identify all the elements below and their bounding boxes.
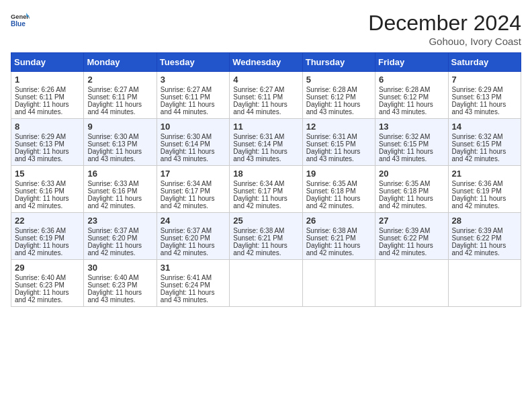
day-number: 27 <box>379 216 444 226</box>
daylight-label: Daylight: 11 hours and 42 minutes. <box>161 195 215 210</box>
sunrise-label: Sunrise: 6:40 AM <box>87 274 138 281</box>
sunrise-label: Sunrise: 6:34 AM <box>161 180 212 187</box>
calendar-cell: 25 Sunrise: 6:38 AM Sunset: 6:21 PM Dayl… <box>230 213 302 260</box>
day-header-friday: Friday <box>375 53 448 72</box>
sunrise-label: Sunrise: 6:27 AM <box>161 86 212 93</box>
sunset-label: Sunset: 6:14 PM <box>161 140 210 148</box>
sunset-label: Sunset: 6:20 PM <box>161 234 210 242</box>
sunrise-label: Sunrise: 6:36 AM <box>452 180 503 187</box>
sunset-label: Sunset: 6:15 PM <box>452 140 502 148</box>
calendar-cell: 6 Sunrise: 6:28 AM Sunset: 6:12 PM Dayli… <box>375 72 448 119</box>
day-number: 22 <box>15 216 80 226</box>
day-number: 3 <box>161 75 226 85</box>
sunset-label: Sunset: 6:12 PM <box>379 93 429 101</box>
sunrise-label: Sunrise: 6:29 AM <box>452 86 503 93</box>
daylight-label: Daylight: 11 hours and 42 minutes. <box>452 242 506 257</box>
calendar-cell: 4 Sunrise: 6:27 AM Sunset: 6:11 PM Dayli… <box>230 72 302 119</box>
calendar-cell: 24 Sunrise: 6:37 AM Sunset: 6:20 PM Dayl… <box>157 213 229 260</box>
sunrise-label: Sunrise: 6:26 AM <box>15 86 66 93</box>
sunset-label: Sunset: 6:16 PM <box>15 187 64 195</box>
sunset-label: Sunset: 6:17 PM <box>233 187 283 195</box>
daylight-label: Daylight: 11 hours and 43 minutes. <box>87 289 142 304</box>
calendar-cell: 29 Sunrise: 6:40 AM Sunset: 6:23 PM Dayl… <box>11 260 84 307</box>
sunset-label: Sunset: 6:13 PM <box>87 140 137 148</box>
day-header-tuesday: Tuesday <box>157 53 229 72</box>
calendar-header-row: SundayMondayTuesdayWednesdayThursdayFrid… <box>11 53 521 72</box>
calendar-week-1: 1 Sunrise: 6:26 AM Sunset: 6:11 PM Dayli… <box>11 72 521 119</box>
daylight-label: Daylight: 11 hours and 42 minutes. <box>87 242 142 257</box>
calendar-cell: 16 Sunrise: 6:33 AM Sunset: 6:16 PM Dayl… <box>84 166 157 213</box>
day-number: 5 <box>306 75 371 85</box>
sunset-label: Sunset: 6:12 PM <box>306 93 356 101</box>
daylight-label: Daylight: 11 hours and 42 minutes. <box>15 289 69 304</box>
day-number: 15 <box>15 169 80 179</box>
calendar-week-2: 8 Sunrise: 6:29 AM Sunset: 6:13 PM Dayli… <box>11 119 521 166</box>
daylight-label: Daylight: 11 hours and 42 minutes. <box>306 195 361 210</box>
calendar-cell: 7 Sunrise: 6:29 AM Sunset: 6:13 PM Dayli… <box>448 72 521 119</box>
calendar-cell: 12 Sunrise: 6:31 AM Sunset: 6:15 PM Dayl… <box>302 119 375 166</box>
sunset-label: Sunset: 6:20 PM <box>87 234 137 242</box>
calendar-cell: 1 Sunrise: 6:26 AM Sunset: 6:11 PM Dayli… <box>11 72 84 119</box>
calendar-cell <box>302 260 375 307</box>
sunrise-label: Sunrise: 6:28 AM <box>379 86 430 93</box>
calendar-cell: 27 Sunrise: 6:39 AM Sunset: 6:22 PM Dayl… <box>375 213 448 260</box>
sunset-label: Sunset: 6:23 PM <box>87 281 137 289</box>
calendar-cell: 9 Sunrise: 6:30 AM Sunset: 6:13 PM Dayli… <box>84 119 157 166</box>
day-number: 17 <box>161 169 226 179</box>
sunset-label: Sunset: 6:14 PM <box>233 140 283 148</box>
sunset-label: Sunset: 6:22 PM <box>452 234 502 242</box>
page-header: General Blue December 2024 Gohouo, Ivory… <box>11 11 521 47</box>
calendar-cell <box>448 260 521 307</box>
calendar-cell: 11 Sunrise: 6:31 AM Sunset: 6:14 PM Dayl… <box>230 119 302 166</box>
sunrise-label: Sunrise: 6:41 AM <box>161 274 212 281</box>
day-number: 16 <box>87 169 152 179</box>
sunset-label: Sunset: 6:23 PM <box>15 281 64 289</box>
calendar-cell: 2 Sunrise: 6:27 AM Sunset: 6:11 PM Dayli… <box>84 72 157 119</box>
calendar-cell <box>230 260 302 307</box>
day-number: 24 <box>161 216 226 226</box>
calendar-cell: 28 Sunrise: 6:39 AM Sunset: 6:22 PM Dayl… <box>448 213 521 260</box>
logo-icon: General Blue <box>11 11 30 30</box>
day-number: 25 <box>233 216 298 226</box>
daylight-label: Daylight: 11 hours and 43 minutes. <box>379 101 433 116</box>
daylight-label: Daylight: 11 hours and 43 minutes. <box>87 148 142 163</box>
calendar-cell: 31 Sunrise: 6:41 AM Sunset: 6:24 PM Dayl… <box>157 260 229 307</box>
daylight-label: Daylight: 11 hours and 44 minutes. <box>15 101 69 116</box>
daylight-label: Daylight: 11 hours and 44 minutes. <box>161 101 215 116</box>
sunset-label: Sunset: 6:15 PM <box>306 140 356 148</box>
sunrise-label: Sunrise: 6:37 AM <box>161 227 212 234</box>
day-header-sunday: Sunday <box>11 53 84 72</box>
day-number: 21 <box>452 169 517 179</box>
calendar-cell: 10 Sunrise: 6:30 AM Sunset: 6:14 PM Dayl… <box>157 119 229 166</box>
sunset-label: Sunset: 6:21 PM <box>233 234 283 242</box>
calendar-cell: 5 Sunrise: 6:28 AM Sunset: 6:12 PM Dayli… <box>302 72 375 119</box>
calendar-cell: 14 Sunrise: 6:32 AM Sunset: 6:15 PM Dayl… <box>448 119 521 166</box>
day-number: 13 <box>379 122 444 132</box>
calendar-cell: 21 Sunrise: 6:36 AM Sunset: 6:19 PM Dayl… <box>448 166 521 213</box>
calendar-cell: 15 Sunrise: 6:33 AM Sunset: 6:16 PM Dayl… <box>11 166 84 213</box>
daylight-label: Daylight: 11 hours and 43 minutes. <box>161 289 215 304</box>
sunset-label: Sunset: 6:16 PM <box>87 187 137 195</box>
sunset-label: Sunset: 6:15 PM <box>379 140 429 148</box>
daylight-label: Daylight: 11 hours and 44 minutes. <box>233 101 287 116</box>
daylight-label: Daylight: 11 hours and 42 minutes. <box>15 195 69 210</box>
sunset-label: Sunset: 6:19 PM <box>15 234 64 242</box>
sunrise-label: Sunrise: 6:29 AM <box>15 133 66 140</box>
sunset-label: Sunset: 6:11 PM <box>161 93 210 101</box>
daylight-label: Daylight: 11 hours and 43 minutes. <box>306 148 361 163</box>
day-number: 6 <box>379 75 444 85</box>
sunrise-label: Sunrise: 6:32 AM <box>379 133 430 140</box>
sunrise-label: Sunrise: 6:30 AM <box>161 133 212 140</box>
calendar-cell: 19 Sunrise: 6:35 AM Sunset: 6:18 PM Dayl… <box>302 166 375 213</box>
sunrise-label: Sunrise: 6:35 AM <box>306 180 357 187</box>
daylight-label: Daylight: 11 hours and 42 minutes. <box>161 242 215 257</box>
sunrise-label: Sunrise: 6:31 AM <box>233 133 284 140</box>
daylight-label: Daylight: 11 hours and 42 minutes. <box>452 195 506 210</box>
sunrise-label: Sunrise: 6:39 AM <box>379 227 430 234</box>
day-number: 9 <box>87 122 152 132</box>
day-number: 4 <box>233 75 298 85</box>
day-number: 10 <box>161 122 226 132</box>
calendar-week-5: 29 Sunrise: 6:40 AM Sunset: 6:23 PM Dayl… <box>11 260 521 307</box>
sunrise-label: Sunrise: 6:38 AM <box>233 227 284 234</box>
calendar-cell: 20 Sunrise: 6:35 AM Sunset: 6:18 PM Dayl… <box>375 166 448 213</box>
